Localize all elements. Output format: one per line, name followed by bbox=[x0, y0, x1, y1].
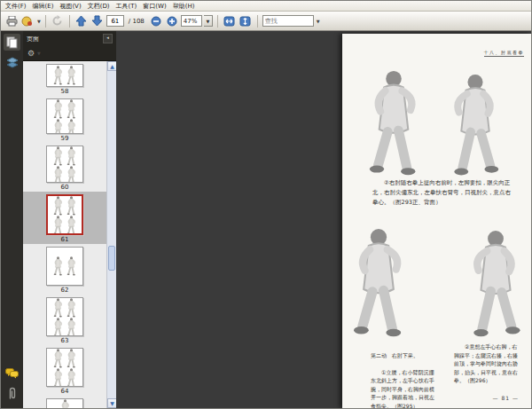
collapse-panel-button[interactable]: ◂ bbox=[103, 34, 113, 43]
fit-page-button[interactable] bbox=[239, 14, 253, 28]
thumbnail-figure-icon bbox=[52, 256, 64, 276]
fit-width-button[interactable] bbox=[223, 14, 237, 28]
martial-figure-step-left bbox=[349, 227, 408, 339]
thumbnail-figure-icon bbox=[66, 66, 77, 85]
page-thumbnail[interactable] bbox=[46, 348, 83, 387]
thumbnail-page-number: 62 bbox=[61, 287, 69, 294]
options-gear-icon[interactable]: ⚙ bbox=[27, 50, 35, 58]
toolbar-separator bbox=[69, 15, 70, 28]
comments-panel-tab[interactable] bbox=[4, 365, 20, 381]
thumbnail-figure-icon bbox=[66, 166, 77, 183]
zoom-level-value: 47% bbox=[184, 18, 200, 25]
email-dropdown-caret[interactable]: ▼ bbox=[37, 19, 41, 24]
navigation-strip bbox=[1, 31, 23, 408]
thumbnail-figure-icon bbox=[59, 399, 71, 408]
thumbnails-viewport: 58 59 60 61 62 63 64 bbox=[23, 60, 116, 408]
thumbnail-row[interactable]: 62 bbox=[23, 244, 106, 295]
search-dropdown-caret[interactable]: ▼ bbox=[317, 19, 320, 24]
thumbnail-list: 58 59 60 61 62 63 64 bbox=[23, 61, 106, 408]
options-dropdown-caret[interactable]: ▼ bbox=[37, 51, 41, 56]
menu-item[interactable]: 视图(V) bbox=[59, 2, 81, 11]
thumbnail-figure-icon bbox=[52, 166, 64, 183]
zoom-out-icon bbox=[151, 16, 161, 27]
thumbnail-figure-icon bbox=[52, 146, 64, 166]
content-area: 页面 ◂ ⚙ ▼ 58 59 60 61 6 bbox=[1, 31, 531, 408]
thumbnail-row[interactable]: 64 bbox=[23, 345, 106, 396]
zoom-level-combo[interactable]: 47% bbox=[181, 15, 202, 27]
menu-bar: 文件(F)编辑(E)视图(V)文档(D)工具(T)窗口(W)帮助(H) bbox=[1, 1, 531, 12]
top-illustrations bbox=[367, 67, 502, 177]
fit-page-icon bbox=[239, 16, 251, 27]
thumbnail-figure-icon bbox=[66, 349, 77, 368]
attachments-panel-tab[interactable] bbox=[4, 385, 20, 402]
menu-item[interactable]: 文件(F) bbox=[5, 2, 27, 11]
thumbnail-row[interactable] bbox=[23, 396, 106, 408]
thumbnail-row[interactable]: 63 bbox=[23, 295, 106, 345]
thumbnail-figure-icon bbox=[52, 66, 64, 85]
thumbnail-figure-icon bbox=[66, 119, 77, 134]
search-input[interactable] bbox=[262, 15, 314, 27]
scroll-up-button[interactable]: ▲ bbox=[107, 61, 116, 71]
previous-page-button[interactable] bbox=[74, 14, 89, 28]
thumbnail-row[interactable]: 58 bbox=[23, 61, 106, 96]
toolbar-separator bbox=[257, 15, 258, 28]
pages-panel-options: ⚙ ▼ bbox=[23, 46, 116, 60]
thumbnails-scrollbar[interactable]: ▲ ▼ bbox=[106, 61, 116, 408]
next-page-button[interactable] bbox=[90, 14, 105, 28]
email-button[interactable] bbox=[20, 14, 35, 28]
thumbnail-row[interactable]: 61 bbox=[23, 192, 106, 244]
bottom-illustrations bbox=[349, 225, 525, 339]
scrollbar-thumb[interactable] bbox=[108, 246, 115, 271]
thumbnail-page-number: 61 bbox=[61, 236, 69, 243]
thumbnail-figure-icon bbox=[66, 256, 77, 276]
pages-panel-title: 页面 bbox=[27, 35, 100, 43]
martial-figure-step-right bbox=[466, 229, 525, 339]
menu-item[interactable]: 编辑(E) bbox=[33, 2, 54, 11]
zoom-out-button[interactable] bbox=[149, 14, 163, 28]
instruction-paragraph: ②右肘随右拳上提向右前时，左脚要扣，眼尖向正 北，右肘尖偏东北，左拳扶右臂弯，目… bbox=[372, 178, 528, 208]
paperclip-icon bbox=[7, 387, 18, 400]
zoom-dropdown-caret[interactable]: ▼ bbox=[204, 15, 213, 27]
thumbnail-figure-icon bbox=[66, 146, 77, 166]
thumbnail-figure-icon bbox=[52, 349, 64, 368]
thumbnail-figure-icon bbox=[66, 368, 77, 387]
thumbnail-page-number: 64 bbox=[61, 388, 69, 395]
page-thumbnail[interactable] bbox=[46, 398, 83, 408]
thumbnail-row[interactable]: 60 bbox=[23, 143, 106, 192]
refresh-icon bbox=[51, 15, 63, 27]
thumbnail-figure-icon bbox=[66, 318, 77, 336]
pages-panel-header: 页面 ◂ bbox=[23, 31, 116, 46]
menu-item[interactable]: 帮助(H) bbox=[173, 2, 195, 11]
print-button[interactable] bbox=[4, 14, 19, 28]
page-thumbnail[interactable] bbox=[46, 64, 83, 87]
document-canvas[interactable]: 十八、肘底看拳 ②右肘随右拳上提向右前时，左脚要扣，眼尖向正 北，右肘尖偏东北，… bbox=[116, 31, 531, 408]
section-heading: 第二动 右肘下采。 bbox=[371, 351, 445, 360]
zoom-in-button[interactable] bbox=[165, 14, 179, 28]
page-thumbnail[interactable] bbox=[46, 194, 83, 235]
page-thumbnail[interactable] bbox=[46, 297, 83, 336]
pdf-reader-window: 文件(F)编辑(E)视图(V)文档(D)工具(T)窗口(W)帮助(H) ▼ bbox=[0, 0, 532, 409]
thumbnail-figure-icon bbox=[66, 99, 77, 119]
thumbnail-page-number: 58 bbox=[61, 88, 69, 95]
menu-item[interactable]: 工具(T) bbox=[116, 2, 137, 11]
current-page-input[interactable] bbox=[106, 15, 124, 27]
martial-figure-front-view bbox=[449, 73, 502, 177]
page-total-label: / 108 bbox=[129, 18, 145, 25]
scroll-down-button[interactable]: ▼ bbox=[107, 398, 116, 408]
page-thumbnail[interactable] bbox=[46, 247, 83, 286]
martial-figure-back-view bbox=[367, 69, 420, 177]
page-thumbnail[interactable] bbox=[46, 98, 83, 134]
thumbnail-figure-icon bbox=[52, 216, 64, 235]
pages-panel-tab[interactable] bbox=[4, 34, 20, 51]
menu-item[interactable]: 窗口(W) bbox=[143, 2, 166, 11]
thumbnail-row[interactable]: 59 bbox=[23, 96, 106, 143]
thumbnail-page-number: 63 bbox=[61, 337, 69, 344]
page-thumbnail[interactable] bbox=[46, 146, 83, 183]
running-head: 十八、肘底看拳 bbox=[484, 50, 525, 57]
pages-icon bbox=[6, 36, 18, 49]
layers-panel-tab[interactable] bbox=[4, 54, 20, 71]
comments-icon bbox=[5, 368, 19, 379]
update-button-disabled bbox=[51, 14, 65, 28]
column-left-body: ①立腰，右小臂阴沉掤 东北斜上方，左手心扶右手 腕，同时平身，右脚向前横 开一步… bbox=[371, 368, 445, 409]
menu-item[interactable]: 文档(D) bbox=[88, 2, 110, 11]
